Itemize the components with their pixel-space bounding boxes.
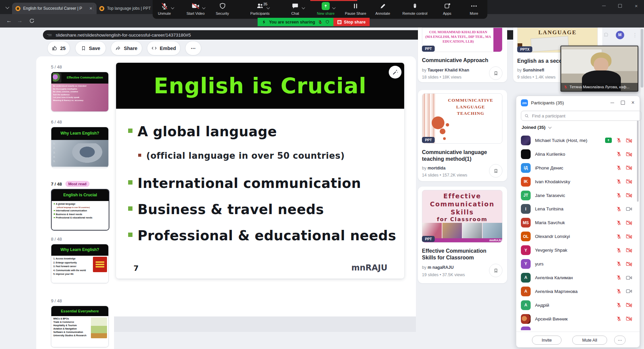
camera-off-icon [626, 302, 632, 308]
page-scrollbar-thumb[interactable] [641, 29, 643, 88]
related-card-4[interactable]: Effective Communication Skills for Class… [418, 187, 507, 283]
bookmark-icon [493, 268, 498, 273]
puzzle-icon [603, 33, 608, 38]
embed-button[interactable]: Embed [147, 41, 180, 55]
card-author[interactable]: by m nagaRAJU [422, 265, 453, 270]
tab-active[interactable]: English for Successful Career | P × [12, 3, 97, 14]
thumb-list-item: Hospitality & Tourism [53, 324, 106, 327]
thumb-bullet: Suit the audience [53, 94, 107, 96]
card-bookmark-button[interactable] [489, 66, 502, 80]
participant-row[interactable]: Арсеній Винник [519, 312, 634, 326]
mute-all-button[interactable]: Mute All [572, 336, 607, 345]
invite-button[interactable]: Invite [532, 336, 561, 345]
slide-thumbnail-8[interactable]: Why Learn English? 1. Access knowledge2.… [51, 244, 109, 283]
window-close-button[interactable]: × [629, 0, 644, 11]
participant-row[interactable]: MSMaria Savchuk [519, 216, 634, 230]
card-title[interactable]: Communicative Approach [422, 57, 488, 64]
card-title[interactable]: English as a seco [517, 58, 562, 64]
tab-title: English for Successful Career | P [23, 6, 86, 11]
bullet-square-icon [128, 206, 132, 211]
camera-off-icon [626, 220, 632, 226]
participant-avatar: Y [521, 245, 531, 255]
site-settings-icon[interactable] [47, 32, 52, 38]
slide-title-bar: English is Crucial [116, 63, 404, 110]
card-author[interactable]: by mortdida [422, 166, 445, 170]
speaker-video-tile[interactable]: Тетяна Миколаївна Лугова, каф... [560, 46, 638, 92]
card-title[interactable]: Effective Communication Skills for Class… [422, 248, 486, 261]
thumb-list-item: Trade & Commerce [53, 321, 106, 323]
save-button[interactable]: Save [75, 41, 106, 55]
ai-wand-button[interactable] [389, 66, 401, 79]
file-type-badge: PPTX [517, 46, 532, 52]
sharing-bolt-icon [262, 19, 266, 24]
stop-share-button[interactable]: Stop share [333, 18, 370, 26]
window-maximize-button[interactable] [612, 0, 627, 11]
forward-button[interactable]: → [15, 14, 25, 28]
participant-partial-avatar [521, 327, 531, 330]
share-button[interactable]: Share [111, 41, 142, 55]
url-bar[interactable]: slideshare.net/slideshow/english-for-suc… [43, 30, 590, 40]
like-button[interactable]: 25 [47, 41, 70, 55]
toolbar-button-security[interactable]: Security [204, 2, 241, 15]
participants-icon [256, 2, 264, 10]
card-bookmark-button[interactable] [489, 164, 502, 178]
participant-row[interactable]: IKIvan Khodakivsky [519, 175, 634, 189]
thumb-list-item: Aviation & Navigation [53, 328, 106, 330]
more-actions-button[interactable]: ⋯ [185, 41, 201, 55]
card-author[interactable]: by Sunshinefl [517, 68, 544, 72]
chevron-down-icon[interactable] [267, 6, 270, 9]
related-card-3[interactable]: COMMUNICATIVE LANGUAGE TEACHING PPT Comm… [418, 90, 507, 181]
slide-thumbnail-5[interactable]: Effective Communication Be understood ex… [51, 72, 109, 112]
ellipsis-icon: ⋯ [191, 46, 196, 51]
tab-search-button[interactable] [3, 3, 11, 11]
card-meta: 18 slides • 18K views [422, 75, 462, 80]
panel-scrollbar-thumb[interactable] [637, 120, 639, 202]
participant-row[interactable]: AАндрій [519, 298, 634, 312]
participant-row[interactable]: Michael Tuziuk (Host, me) [519, 134, 634, 147]
toolbar-button-annotate[interactable]: Annotate [364, 2, 401, 15]
participant-avatar: A [521, 273, 531, 283]
participant-row[interactable]: Alina Kurilenko [519, 147, 634, 161]
slide-thumbnail-7-current[interactable]: English is Crucial A global language (of… [51, 189, 109, 231]
shield-icon [219, 2, 226, 10]
toolbar-button-more[interactable]: More [455, 2, 492, 15]
related-card-1[interactable]: COL MOHAMMAD KHALID KHAN (MA ENGLISH, MA… [418, 28, 507, 82]
card-bookmark-button[interactable] [489, 264, 502, 277]
toolbar-button-remote-control[interactable]: Remote control [396, 2, 433, 15]
participant-row[interactable]: JTJane Tarasevic [519, 189, 634, 202]
card-title[interactable]: Communicative language teaching method(1… [422, 149, 487, 162]
participant-row[interactable]: AАнгеліна Калиман [519, 271, 634, 285]
panel-minimize-button[interactable] [609, 99, 615, 106]
participant-row[interactable]: AАнгеліна Мартинова [519, 285, 634, 298]
panel-close-button[interactable]: × [630, 99, 636, 106]
participant-row[interactable]: Yyurs [519, 257, 634, 271]
joined-section-header[interactable]: Joined (35) [522, 125, 551, 130]
main-slide[interactable]: English is Crucial A global language (of… [116, 63, 404, 279]
chevron-down-icon[interactable] [302, 6, 305, 9]
card-author[interactable]: by Tauqeer Khalid Khan [422, 68, 469, 72]
reload-button[interactable] [27, 14, 37, 28]
slide-thumbnail-9[interactable]: Essential Everywhere MNCs & BPOsTrade & … [51, 306, 109, 347]
stop-icon [337, 20, 341, 24]
participant-row[interactable]: YYevgeniy Shpak [519, 243, 634, 257]
participant-row[interactable]: ІДiPhone Денис [519, 161, 634, 175]
search-input[interactable] [531, 113, 638, 119]
toolbar-button-participants[interactable]: Participants35 [241, 2, 278, 15]
tab-close-icon[interactable]: × [89, 6, 93, 11]
back-button[interactable]: ← [4, 14, 14, 28]
mic-muted-icon [616, 165, 622, 170]
participant-row[interactable]: OLOlexandr Lonskyi [519, 230, 634, 243]
chevron-down-icon[interactable] [171, 6, 174, 9]
participant-search[interactable] [521, 111, 642, 121]
camera-on-icon [626, 206, 632, 212]
participant-row[interactable]: ILena Turitsina [519, 202, 634, 216]
chevron-down-icon[interactable] [332, 6, 336, 9]
window-minimize-button[interactable] [596, 0, 611, 11]
slide-bullet: Business & travel needs [128, 202, 324, 217]
chat-bubble-icon [291, 2, 299, 10]
panel-more-button[interactable]: ⋯ [614, 336, 626, 345]
panel-maximize-button[interactable] [620, 99, 626, 106]
browser-menu-button[interactable]: ⋮ [630, 28, 640, 42]
slide-thumbnail-6[interactable]: Why Learn English? 1. 2. 3. 4. 5. [51, 127, 109, 168]
profile-avatar[interactable]: M [614, 28, 626, 42]
